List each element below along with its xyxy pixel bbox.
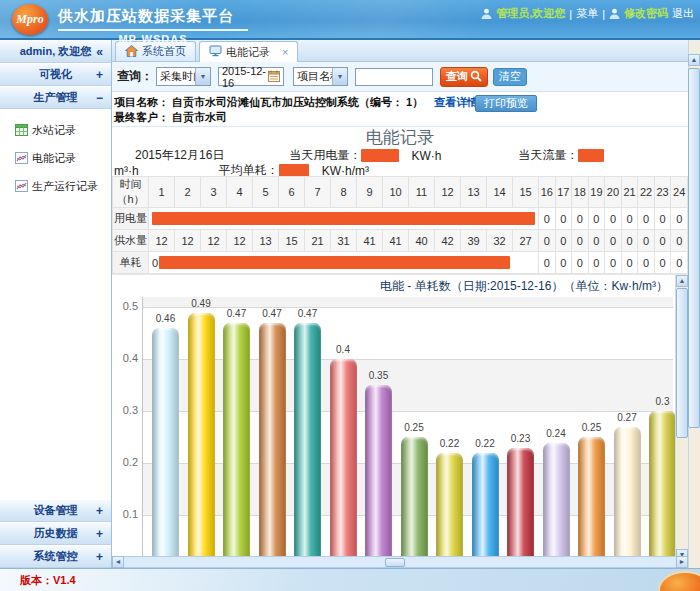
value-cell: 12 — [227, 230, 253, 252]
value-cell: 0 — [572, 252, 589, 274]
expand-icon[interactable]: + — [96, 550, 103, 564]
table-row-power: 用电量000000000 — [113, 208, 688, 230]
tab-energy-record[interactable]: 电能记录 × — [199, 41, 298, 62]
chart-vertical-scrollbar[interactable]: ▲ ▼ — [675, 275, 688, 561]
value-prefix: 0 — [152, 257, 158, 269]
project-keyword-input[interactable] — [355, 68, 433, 86]
power-unit: KW·h — [411, 149, 441, 163]
scroll-up-icon[interactable]: ▲ — [676, 275, 688, 287]
expand-icon[interactable]: + — [96, 504, 103, 518]
close-icon[interactable]: × — [282, 47, 288, 57]
sidebar-item-label: 水站记录 — [32, 123, 76, 138]
user-icon — [481, 8, 492, 20]
clear-button[interactable]: 清空 — [493, 68, 527, 86]
chevron-down-icon[interactable]: ▼ — [332, 68, 347, 85]
horizontal-scrollbar[interactable]: ◄ ► — [112, 556, 688, 568]
scroll-up-icon[interactable]: ▲ — [688, 54, 700, 66]
sidebar-section-system-control[interactable]: 系统管控 + — [0, 545, 111, 568]
sidebar-section-history[interactable]: 历史数据 + — [0, 522, 111, 545]
search-button[interactable]: 查询 — [440, 67, 488, 87]
chevron-down-icon[interactable]: ▼ — [195, 68, 210, 85]
bar-value-label: 0.47 — [298, 308, 317, 319]
scrollbar-thumb[interactable] — [688, 68, 700, 428]
stats-line-2: m³·h 平均单耗： KW·h/m³ — [112, 163, 688, 176]
y-axis-tick-label: 0.5 — [112, 300, 138, 312]
scroll-right-icon[interactable]: ► — [676, 556, 688, 568]
chart-bar — [614, 427, 641, 561]
hour-cell: 12 — [435, 177, 461, 208]
sidebar-section-visualization[interactable]: 可视化 + — [0, 63, 111, 86]
sidebar-item-water-station-record[interactable]: 水站记录 — [0, 117, 111, 145]
change-password-link[interactable]: 修改密码 — [624, 6, 668, 21]
redacted-value — [152, 212, 535, 225]
flow-unit: m³·h — [114, 164, 139, 177]
scroll-left-icon[interactable]: ◄ — [112, 556, 124, 568]
project-name-value: 自贡市水司沿滩仙瓦市加压站控制系统（编号： 1） — [172, 96, 423, 108]
value-cell: 31 — [331, 230, 357, 252]
sidebar-section-equipment[interactable]: 设备管理 + — [0, 499, 111, 522]
value-cell: 0 — [605, 230, 622, 252]
row-label-cell: 用电量 — [113, 208, 149, 230]
value-cell: 0 — [654, 230, 671, 252]
monitor-icon — [209, 45, 222, 59]
value-cell: 12 — [201, 230, 227, 252]
view-detail-link[interactable]: 查看详情 — [434, 96, 478, 108]
bar-gloss — [472, 453, 499, 561]
value-cell: 0 — [539, 230, 556, 252]
user-welcome-link[interactable]: 管理员,欢迎您 — [496, 6, 565, 21]
bar-gloss — [223, 323, 250, 561]
date-input[interactable]: 2015-12-16 — [218, 67, 284, 86]
hour-cell: 14 — [487, 177, 513, 208]
bar-value-label: 0.24 — [546, 428, 565, 439]
menu-link[interactable]: 菜单 — [576, 6, 598, 21]
value-cell: 0 — [605, 252, 622, 274]
redacted-value — [578, 149, 604, 162]
tab-label: 系统首页 — [142, 44, 186, 59]
print-preview-button[interactable]: 打印预览 — [475, 95, 537, 112]
print-button-label: 打印预览 — [484, 97, 528, 109]
chart-plot-area: 0.50.40.30.20.10.460.490.470.470.470.40.… — [112, 297, 675, 561]
value-cell: 0 — [638, 230, 655, 252]
logout-link[interactable]: 退出 — [672, 6, 694, 21]
page-vertical-scrollbar[interactable]: ▲ — [688, 40, 700, 568]
project-name-select[interactable]: 项目名称 ▼ — [293, 67, 348, 86]
value-cell: 32 — [487, 230, 513, 252]
date-value: 2015-12-16 — [222, 65, 268, 89]
hour-cell: 23 — [654, 177, 671, 208]
collapse-section-icon[interactable]: − — [96, 91, 103, 105]
value-cell: 0 — [539, 208, 556, 230]
welcome-text: admin, 欢迎您 — [20, 44, 92, 59]
bar-gloss — [578, 437, 605, 561]
avg-label: 平均单耗： — [219, 163, 279, 176]
expand-icon[interactable]: + — [96, 68, 103, 82]
bar-gloss — [614, 427, 641, 561]
separator: | — [569, 8, 572, 20]
user-icon — [609, 8, 620, 20]
sidebar-item-energy-record[interactable]: 电能记录 — [0, 145, 111, 173]
collapse-sidebar-icon[interactable]: « — [96, 45, 103, 59]
version-label: 版本：V1.4 — [20, 573, 76, 588]
redacted-wrap: 0 — [149, 256, 538, 269]
value-cell: 0 — [588, 230, 605, 252]
y-axis-tick-label: 0.4 — [112, 352, 138, 364]
sidebar-section-production[interactable]: 生产管理 − — [0, 86, 111, 109]
gridline — [142, 359, 673, 360]
bar-gloss — [152, 328, 179, 561]
value-cell: 0 — [588, 208, 605, 230]
query-type-select[interactable]: 采集时间 ▼ — [156, 67, 211, 86]
chart-bar — [543, 443, 570, 561]
sidebar-item-production-run-record[interactable]: 生产运行记录 — [0, 173, 111, 201]
app-title-block: 供水加压站数据采集平台 MP-WSDAS — [58, 7, 248, 45]
chart-bar — [188, 313, 215, 561]
project-name-line: 项目名称： 自贡市水司沿滩仙瓦市加压站控制系统（编号： 1） 查看详情 — [114, 95, 688, 110]
scrollbar-thumb[interactable] — [385, 558, 405, 567]
footer-bar: 版本：V1.4 — [0, 568, 700, 591]
bar-gloss — [543, 443, 570, 561]
record-date: 2015年12月16日 — [135, 148, 224, 163]
hour-cell: 6 — [279, 177, 305, 208]
expand-icon[interactable]: + — [96, 527, 103, 541]
hour-cell: 22 — [638, 177, 655, 208]
scrollbar-thumb[interactable] — [676, 288, 688, 438]
sidebar: admin, 欢迎您 « 可视化 + 生产管理 − 水站记录 — [0, 40, 112, 568]
hour-cell: 1 — [149, 177, 175, 208]
